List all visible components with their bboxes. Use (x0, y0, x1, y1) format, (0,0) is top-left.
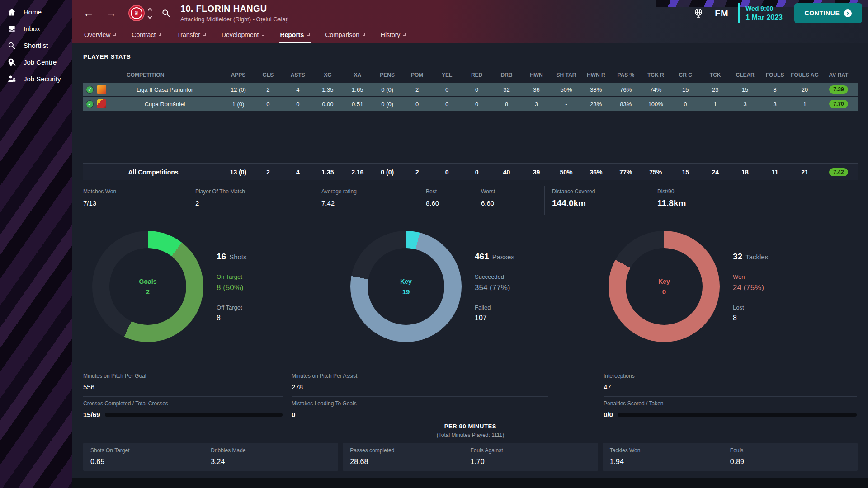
tab-history[interactable]: History (380, 26, 407, 43)
column-header-hwn-r[interactable]: HWN R (581, 72, 611, 78)
column-header-apps[interactable]: APPS (223, 72, 253, 78)
stat-sub1-value: 354 (77%) (475, 283, 514, 292)
summary-player-of-the-match: Player Of The Match2 (195, 186, 314, 215)
sidebar-item-job-centre[interactable]: Job Centre (0, 54, 72, 70)
key-passes-donut-group: Key19461PassesSucceeded354 (77%)Failed10… (341, 217, 599, 361)
column-header-xg[interactable]: XG (313, 72, 343, 78)
all-competitions-row[interactable]: All Competitions13 (0)241.352.160 (0)200… (83, 163, 858, 180)
column-header-cr-c[interactable]: CR C (670, 72, 700, 78)
stat-cell: 74% (641, 86, 670, 93)
stat-cell: 36% (581, 169, 611, 176)
sidebar-item-job-security[interactable]: Job Security (0, 70, 72, 87)
stat-cell: 0 (0) (373, 86, 402, 93)
competition-cell: ✓Cupa României (83, 97, 223, 111)
column-header-red[interactable]: RED (462, 72, 492, 78)
tab-development[interactable]: Development (221, 26, 266, 43)
tab-contract[interactable]: Contract (131, 26, 162, 43)
chevron-down-icon (159, 33, 161, 36)
topbar: ← → ♛ 10. FLORIN HANGU Attacking Midfiel… (72, 0, 868, 43)
column-header-pom[interactable]: POM (402, 72, 432, 78)
selected-check-icon[interactable]: ✓ (86, 86, 94, 94)
per90-cards: Shots On Target0.65Dribbles Made3.24Pass… (83, 443, 858, 471)
continue-button[interactable]: CONTINUE (794, 3, 862, 23)
stat-cell: 0 (432, 101, 462, 108)
selected-check-icon[interactable]: ✓ (86, 100, 94, 108)
sidebar-item-inbox[interactable]: Inbox (0, 20, 72, 37)
chevron-down-icon (363, 33, 365, 36)
donut-charts-section: Goals216ShotsOn Target8 (50%)Off Target8… (83, 217, 858, 361)
per90-header: PER 90 MINUTES (Total Minutes Played: 11… (83, 423, 858, 438)
forward-arrow-icon[interactable]: → (106, 8, 117, 19)
tab-comparison[interactable]: Comparison (324, 26, 366, 43)
stat-cell: 0 (0) (373, 169, 402, 176)
column-header-pens[interactable]: PENS (373, 72, 402, 78)
competition-row[interactable]: ✓Liga II Casa Pariurilor12 (0)241.351.65… (83, 83, 858, 96)
column-header-yel[interactable]: YEL (432, 72, 462, 78)
stat-cell: 1.35 (313, 169, 343, 176)
stat-sub2-label: Lost (733, 304, 768, 311)
key-tackles-donut: Key0 (609, 231, 720, 342)
player-stats-table: COMPETITIONAPPSGLSASTSXGXAPENSPOMYELREDD… (83, 67, 858, 180)
tab-label: Transfer (177, 31, 200, 38)
club-badge[interactable]: ♛ (128, 5, 145, 21)
column-header-sh-tar[interactable]: SH TAR (551, 72, 581, 78)
donut-center-label: Goals2 (92, 231, 203, 342)
search-icon[interactable] (161, 9, 170, 18)
vertical-divider (468, 218, 468, 359)
column-header-gls[interactable]: GLS (253, 72, 283, 78)
stat-cell: 0 (402, 101, 432, 108)
per90-card: Shots On Target0.65Dribbles Made3.24 (83, 443, 338, 471)
column-header-xa[interactable]: XA (343, 72, 373, 78)
back-arrow-icon[interactable]: ← (83, 8, 94, 19)
column-header-pas-[interactable]: PAS % (611, 72, 641, 78)
column-header-hwn[interactable]: HWN (521, 72, 551, 78)
metric-minutes-on-pitch-per-goal: Minutes on Pitch Per Goal556 (83, 369, 283, 397)
per90-title: PER 90 MINUTES (83, 423, 858, 430)
column-header-asts[interactable]: ASTS (283, 72, 313, 78)
column-header-tck[interactable]: TCK (700, 72, 730, 78)
tab-overview[interactable]: Overview (83, 26, 117, 43)
column-header-fouls[interactable]: FOULS (760, 72, 790, 78)
stat-sub2-label: Off Target (217, 304, 247, 311)
globe-icon[interactable] (693, 8, 704, 19)
sidebar-item-label: Home (24, 8, 42, 16)
summary-matches-won: Matches Won7/13 (83, 186, 195, 215)
stat-total-label: Shots (229, 253, 246, 261)
stat-cell: 0 (432, 86, 462, 93)
stat-cell: 2.16 (343, 169, 373, 176)
sidebar-item-shortlist[interactable]: Shortlist (0, 37, 72, 54)
fm-logo: FM (715, 8, 728, 19)
column-header-drb[interactable]: DRB (492, 72, 522, 78)
metrics-row-a: Minutes on Pitch Per Goal556Minutes on P… (83, 369, 858, 397)
summary-best: Best8.60 (426, 186, 481, 215)
sidebar-item-home[interactable]: Home (0, 4, 72, 20)
column-header-competition[interactable]: COMPETITION (83, 72, 223, 78)
chevron-down-icon (203, 33, 206, 36)
per90-stat-tackles-won: Tackles Won1.94 (610, 447, 730, 466)
column-header-fouls-ag[interactable]: FOULS AG (790, 72, 820, 78)
stat-cell: 18 (730, 169, 760, 176)
stat-cell: 0 (462, 101, 492, 108)
player-cycle-control (148, 9, 151, 18)
chevron-up-icon[interactable] (148, 8, 152, 12)
table-header-row: COMPETITIONAPPSGLSASTSXGXAPENSPOMYELREDD… (83, 67, 858, 83)
competition-row[interactable]: ✓Cupa României1 (0)000.000.510 (0)00083-… (83, 97, 858, 111)
per90-stat-fouls: Fouls0.89 (730, 447, 850, 466)
stat-cell: 12 (0) (223, 86, 253, 93)
home-icon (7, 7, 17, 17)
tab-transfer[interactable]: Transfer (176, 26, 207, 43)
player-name: 10. FLORIN HANGU (180, 4, 288, 14)
metric-mistakes-leading-to-goals: Mistakes Leading To Goals0 (292, 397, 548, 418)
donut-center-label: Key0 (609, 231, 720, 342)
stat-sub1-label: Succeeded (475, 273, 514, 280)
column-header-av-rat[interactable]: AV RAT (820, 72, 858, 78)
donut-center-label: Key19 (350, 231, 462, 342)
app-root: HomeInboxShortlistJob CentreJob Security… (0, 0, 868, 488)
stat-total-value: 16 (217, 252, 226, 262)
chevron-down-icon[interactable] (148, 14, 152, 19)
column-header-clear[interactable]: CLEAR (730, 72, 760, 78)
job-security-icon (7, 74, 17, 84)
tab-label: Reports (280, 31, 304, 38)
column-header-tck-r[interactable]: TCK R (641, 72, 670, 78)
tab-reports[interactable]: Reports (279, 26, 311, 43)
